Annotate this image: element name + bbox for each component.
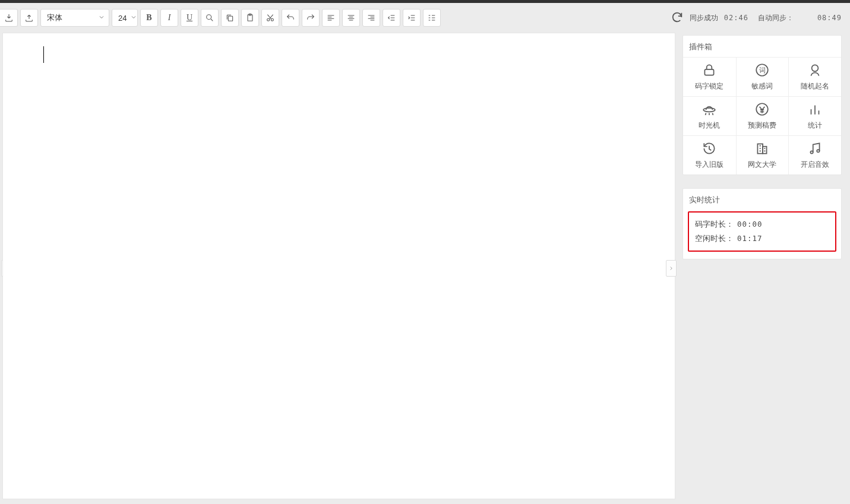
find-button[interactable]: [201, 9, 219, 27]
yen-icon: [754, 102, 770, 117]
toolbar-left: 宋体 24 B I U: [0, 3, 441, 33]
idle-time-row: 空闲时长： 01:17: [695, 232, 829, 246]
align-right-button[interactable]: [362, 9, 380, 27]
typing-time-row: 码字时长： 00:00: [695, 217, 829, 232]
plugin-time-machine[interactable]: 时光机: [683, 96, 736, 135]
cut-button[interactable]: [261, 9, 279, 27]
paste-button[interactable]: [241, 9, 259, 27]
person-icon: [807, 62, 823, 78]
import-button[interactable]: [0, 9, 18, 27]
svg-rect-13: [763, 147, 767, 154]
ufo-icon: [702, 102, 717, 117]
chevron-down-icon: [98, 14, 105, 23]
plugin-random-name[interactable]: 随机起名: [788, 57, 841, 96]
sync-time: 02:46: [724, 14, 748, 22]
bold-button[interactable]: B: [140, 9, 158, 27]
idle-time-value: 01:17: [737, 232, 763, 246]
indent-decrease-button[interactable]: [383, 9, 400, 27]
plugin-sensitive-words[interactable]: 词 敏感词: [736, 57, 789, 96]
plugin-label: 预测稿费: [748, 121, 776, 131]
italic-button[interactable]: I: [160, 9, 178, 27]
plugin-label: 开启音效: [801, 160, 829, 170]
editor-column: [0, 33, 678, 504]
plugin-lock[interactable]: 码字锁定: [683, 57, 736, 96]
plugin-fee-predict[interactable]: 预测稿费: [736, 96, 789, 135]
font-family-value: 宋体: [47, 12, 62, 23]
live-stats-title: 实时统计: [683, 189, 841, 210]
clock: 08:49: [817, 14, 842, 22]
font-size-select[interactable]: 24: [112, 9, 138, 27]
redo-button[interactable]: [302, 9, 320, 27]
plugin-label: 网文大学: [748, 160, 776, 170]
plugin-label: 敏感词: [751, 81, 773, 91]
line-spacing-button[interactable]: [423, 9, 441, 27]
plugin-label: 随机起名: [801, 81, 829, 91]
editor-canvas[interactable]: [2, 33, 675, 499]
plugin-label: 统计: [808, 121, 822, 131]
live-stats-highlight: 码字时长： 00:00 空闲时长： 01:17: [688, 211, 836, 252]
svg-rect-1: [228, 16, 232, 21]
plugin-label: 时光机: [699, 121, 720, 131]
plugin-import-old[interactable]: 导入旧版: [683, 135, 736, 175]
indent-increase-button[interactable]: [403, 9, 421, 27]
building-icon: [754, 141, 770, 156]
plugin-sound[interactable]: 开启音效: [788, 135, 841, 175]
sync-status-label: 同步成功: [690, 13, 718, 23]
text-cursor: [43, 46, 44, 63]
svg-point-4: [267, 18, 270, 21]
align-left-button[interactable]: [322, 9, 340, 27]
next-chapter-button[interactable]: [666, 260, 677, 277]
undo-button[interactable]: [282, 9, 299, 27]
plugin-panel-title: 插件箱: [683, 36, 841, 57]
auto-sync-label: 自动同步：: [758, 13, 794, 23]
bar-chart-icon: [807, 102, 823, 117]
toolbar-right: 同步成功 02:46 自动同步： 08:49: [671, 11, 842, 26]
toolbar: 宋体 24 B I U 同步成功 02:46 自动同步： 08:49: [0, 3, 850, 33]
typing-time-label: 码字时长：: [695, 217, 734, 232]
typing-time-value: 00:00: [737, 217, 763, 232]
idle-time-label: 空闲时长：: [695, 232, 734, 246]
plugin-grid: 码字锁定 词 敏感词 随机起名 时光机 预测稿费: [683, 57, 841, 175]
export-button[interactable]: [20, 9, 38, 27]
word-icon: 词: [754, 62, 770, 78]
svg-point-10: [704, 108, 716, 112]
plugin-label: 码字锁定: [695, 81, 723, 91]
svg-text:词: 词: [759, 66, 766, 74]
plugin-label: 导入旧版: [695, 160, 723, 170]
svg-point-0: [207, 15, 211, 20]
svg-point-15: [817, 150, 819, 152]
right-sidebar: 插件箱 码字锁定 词 敏感词 随机起名 时光机: [678, 33, 850, 504]
plugin-statistics[interactable]: 统计: [788, 96, 841, 135]
font-size-value: 24: [118, 14, 127, 23]
sync-icon[interactable]: [671, 11, 684, 26]
history-icon: [702, 141, 717, 156]
align-center-button[interactable]: [342, 9, 360, 27]
font-family-select[interactable]: 宋体: [40, 9, 109, 27]
main-area: 插件箱 码字锁定 词 敏感词 随机起名 时光机: [0, 33, 850, 504]
music-icon: [807, 141, 823, 156]
live-stats-panel: 实时统计 码字时长： 00:00 空闲时长： 01:17: [682, 188, 842, 259]
svg-point-9: [812, 65, 819, 71]
svg-point-5: [271, 18, 273, 21]
plugin-academy[interactable]: 网文大学: [736, 135, 789, 175]
plugin-panel: 插件箱 码字锁定 词 敏感词 随机起名 时光机: [682, 35, 842, 175]
lock-icon: [702, 62, 717, 78]
svg-rect-6: [705, 69, 714, 75]
chevron-down-icon: [130, 14, 137, 23]
svg-point-14: [811, 151, 813, 153]
underline-button[interactable]: U: [181, 9, 198, 27]
copy-button[interactable]: [221, 9, 239, 27]
